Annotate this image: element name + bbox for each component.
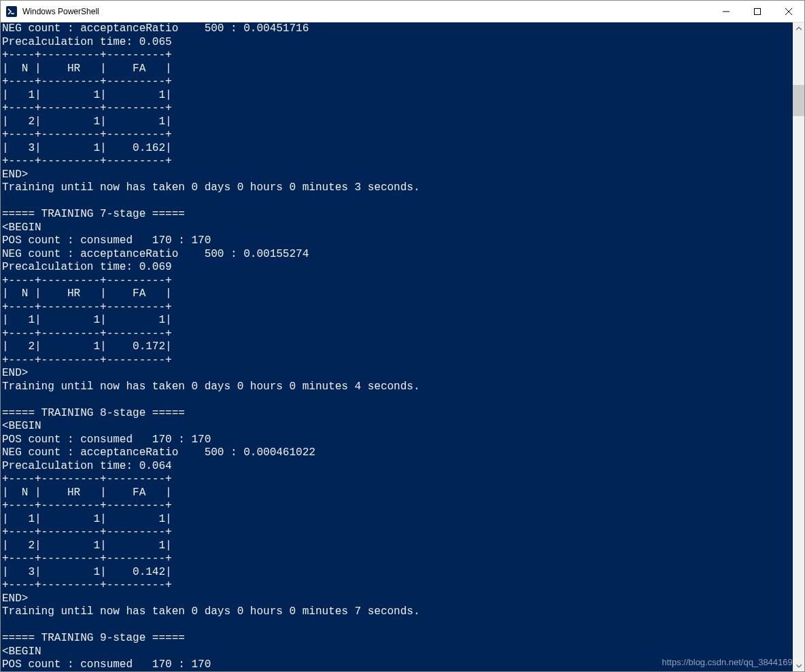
scrollbar-thumb[interactable] [793, 85, 804, 116]
minimize-button[interactable] [710, 1, 742, 22]
powershell-icon [6, 6, 17, 17]
watermark-text: https://blog.csdn.net/qq_38441692 [662, 657, 798, 667]
titlebar: Windows PowerShell [1, 1, 804, 22]
console-area: NEG count : acceptanceRatio 500 : 0.0045… [1, 22, 804, 671]
scroll-up-button[interactable] [793, 22, 804, 34]
terminal-output[interactable]: NEG count : acceptanceRatio 500 : 0.0045… [1, 22, 793, 671]
vertical-scrollbar[interactable] [793, 22, 804, 671]
chevron-up-icon [796, 26, 802, 31]
close-icon [785, 8, 792, 15]
svg-rect-2 [755, 9, 761, 15]
window-title: Windows PowerShell [22, 7, 99, 16]
maximize-button[interactable] [742, 1, 773, 22]
minimize-icon [723, 8, 730, 15]
close-button[interactable] [773, 1, 804, 22]
window-controls [710, 1, 804, 22]
maximize-icon [754, 8, 761, 15]
